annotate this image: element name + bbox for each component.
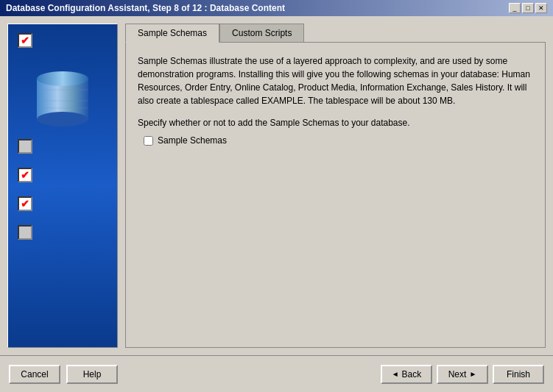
step-2-indicator	[12, 138, 113, 155]
step-1-checkbox	[18, 33, 32, 48]
sample-schemas-checkbox[interactable]	[144, 136, 153, 146]
tab-custom-scripts[interactable]: Custom Scripts	[219, 24, 304, 42]
cancel-button[interactable]: Cancel	[9, 365, 60, 384]
content-area: Sample Schemas illustrate the use of a l…	[125, 43, 546, 348]
right-panel: Sample Schemas Custom Scripts Sample Sch…	[125, 24, 546, 348]
next-button[interactable]: Next ►	[437, 365, 488, 384]
sample-schemas-label: Sample Schemas	[158, 135, 227, 146]
specify-text: Specify whether or not to add the Sample…	[138, 118, 533, 128]
sample-schemas-checkbox-row: Sample Schemas	[144, 135, 533, 146]
close-button[interactable]: ✕	[535, 3, 547, 13]
maximize-button[interactable]: □	[522, 3, 534, 13]
step-4-indicator	[12, 195, 113, 213]
step-5-checkbox	[18, 225, 32, 240]
step-3-indicator	[12, 166, 113, 184]
step-1-indicator	[12, 32, 113, 49]
bottom-left-buttons: Cancel Help	[9, 365, 118, 384]
tab-sample-schemas[interactable]: Sample Schemas	[125, 24, 219, 43]
next-arrow-icon: ►	[469, 370, 476, 378]
window-title: Database Configuration Assistant, Step 8…	[6, 3, 285, 13]
bottom-right-buttons: ◄ Back Next ► Finish	[381, 365, 544, 384]
main-content: Sample Schemas Custom Scripts Sample Sch…	[0, 16, 553, 355]
back-arrow-icon: ◄	[392, 370, 399, 378]
minimize-button[interactable]: _	[509, 3, 521, 13]
title-bar: Database Configuration Assistant, Step 8…	[0, 0, 553, 16]
title-bar-buttons: _ □ ✕	[509, 3, 547, 13]
step-3-checkbox	[18, 168, 32, 182]
svg-point-2	[37, 71, 88, 86]
svg-point-1	[37, 112, 88, 126]
description-text: Sample Schemas illustrate the use of a l…	[138, 54, 533, 107]
help-button[interactable]: Help	[66, 365, 118, 384]
back-button[interactable]: ◄ Back	[381, 365, 432, 384]
tab-bar: Sample Schemas Custom Scripts	[125, 24, 546, 43]
database-icon	[29, 60, 96, 126]
step-4-checkbox	[18, 196, 32, 211]
left-panel	[7, 24, 118, 348]
step-5-indicator	[12, 224, 113, 241]
step-2-checkbox	[18, 139, 32, 154]
finish-button[interactable]: Finish	[493, 365, 544, 384]
bottom-bar: Cancel Help ◄ Back Next ► Finish	[0, 355, 553, 392]
